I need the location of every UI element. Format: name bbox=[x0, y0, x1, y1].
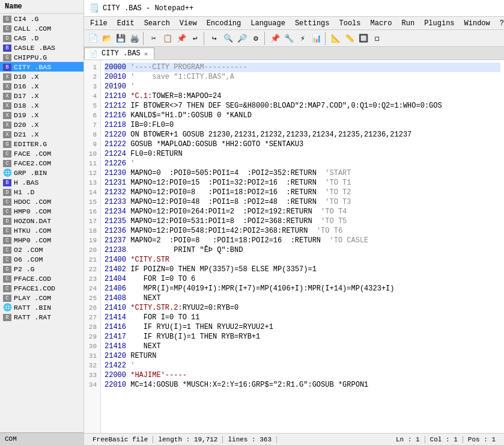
toolbar-btn-15[interactable]: 📊 bbox=[310, 32, 323, 45]
toolbar-btn-12[interactable]: 📌 bbox=[269, 32, 282, 45]
toolbar-btn-3[interactable]: 🖨️ bbox=[128, 32, 141, 45]
code-line-9[interactable]: 21222 GOSUB *MAPLOAD:GOSUB *HH2:GOTO *SE… bbox=[105, 140, 500, 149]
toolbar-btn-18[interactable]: 🔲 bbox=[357, 32, 370, 45]
sidebar-item-14[interactable]: CFACE .COM bbox=[0, 149, 83, 158]
code-line-11[interactable]: 21226 ' bbox=[105, 159, 500, 168]
sidebar-item-10[interactable]: XD19 .X bbox=[0, 110, 83, 120]
sidebar-item-0[interactable]: GCI4 .G bbox=[0, 14, 83, 23]
toolbar-btn-10[interactable]: 🔎 bbox=[235, 32, 249, 45]
tabbar[interactable]: 📄CITY .BAS✕ bbox=[84, 47, 504, 60]
toolbar-btn-11[interactable]: ⚙️ bbox=[249, 32, 263, 45]
sidebar-item-2[interactable]: DCAS .D bbox=[0, 33, 83, 43]
code-line-23[interactable]: 21404 FOR I=0 TO 6 bbox=[105, 274, 500, 284]
code-content[interactable]: 20000 '----CITY PROGRAM----------20010 '… bbox=[101, 60, 504, 433]
code-line-16[interactable]: 21234 MAPNO=12:POI0=264:POI1=2 :POI2=192… bbox=[105, 207, 500, 216]
menu-view[interactable]: View bbox=[175, 18, 202, 29]
code-line-34[interactable]: 22010 MC=14:GOSUB *MUSCH:X=2:Y=16:GRP$="… bbox=[105, 380, 500, 390]
sidebar-item-21[interactable]: DHOZON.DAT bbox=[0, 216, 83, 226]
menu-window[interactable]: Window bbox=[460, 18, 495, 29]
menu-encoding[interactable]: Encoding bbox=[202, 18, 246, 29]
sidebar-item-24[interactable]: CO2 .COM bbox=[0, 245, 83, 254]
sidebar-item-7[interactable]: XD16 .X bbox=[0, 81, 83, 91]
sidebar-item-20[interactable]: CHMP0 .COM bbox=[0, 206, 83, 216]
tab-close-0[interactable]: ✕ bbox=[144, 50, 148, 58]
menu-search[interactable]: Search bbox=[139, 18, 175, 29]
menu-file[interactable]: File bbox=[85, 18, 112, 29]
menu-?[interactable]: ? bbox=[495, 18, 504, 29]
code-line-29[interactable]: 21417 IF RYUB(I)=1 THEN RYB=RYB+1 bbox=[105, 332, 500, 342]
menu-run[interactable]: Run bbox=[397, 18, 420, 29]
code-line-17[interactable]: 21235 MAPNO=12:POI0=531:POI1=8 :POI2=368… bbox=[105, 216, 500, 226]
code-line-21[interactable]: 21400 *CITY.STR bbox=[105, 255, 500, 265]
code-line-24[interactable]: 21406 MPR(I)=MP(4019+I):MPR(I+7)=MP(4106… bbox=[105, 284, 500, 293]
code-line-1[interactable]: 20000 '----CITY PROGRAM---------- bbox=[105, 63, 500, 72]
menu-plugins[interactable]: Plugins bbox=[419, 18, 459, 29]
code-area[interactable]: 1234567891011121314151617181920212223242… bbox=[84, 60, 504, 433]
code-line-3[interactable]: 20190 ' bbox=[105, 82, 500, 91]
menu-macro[interactable]: Macro bbox=[366, 18, 397, 29]
code-line-12[interactable]: 21230 MAPNO=0 :POI0=505:POI1=4 :POI2=352… bbox=[105, 168, 500, 178]
sidebar-item-13[interactable]: GEDITER.G bbox=[0, 139, 83, 149]
sidebar-item-6[interactable]: XD10 .X bbox=[0, 72, 83, 81]
code-line-13[interactable]: 21231 MAPNO=12:POI0=15 :POI1=32:POI2=16 … bbox=[105, 178, 500, 188]
sidebar-item-16[interactable]: 🌐GRP .BIN bbox=[0, 168, 83, 177]
code-line-7[interactable]: 21218 IB=0:FL0=0 bbox=[105, 120, 500, 130]
toolbar-btn-9[interactable]: 🔍 bbox=[222, 32, 235, 45]
sidebar-item-4[interactable]: GCHIPPU.G bbox=[0, 52, 83, 62]
sidebar-item-18[interactable]: DH1 .D bbox=[0, 187, 83, 197]
toolbar-btn-14[interactable]: ⚡ bbox=[296, 32, 309, 45]
toolbar-btn-5[interactable]: 📋 bbox=[161, 32, 174, 45]
sidebar-item-29[interactable]: CPLAY .COM bbox=[0, 293, 83, 302]
code-line-22[interactable]: 21402 IF POIZN=0 THEN MP(3357)=58 ELSE M… bbox=[105, 265, 500, 274]
code-line-14[interactable]: 21232 MAPNO=12:POI0=8 :POI1=18:POI2=16 :… bbox=[105, 188, 500, 197]
code-line-25[interactable]: 21408 NEXT bbox=[105, 293, 500, 303]
toolbar-btn-1[interactable]: 📂 bbox=[100, 32, 114, 45]
toolbar-btn-8[interactable]: ↪️ bbox=[208, 32, 221, 45]
code-line-5[interactable]: 21212 IF BTOWER<>7 THEN DEF SEG=&H8000:B… bbox=[105, 101, 500, 111]
menu-language[interactable]: Language bbox=[246, 18, 290, 29]
sidebar-list[interactable]: GCI4 .GCCALL .COMDCAS .DBCASLE .BASGCHIP… bbox=[0, 14, 83, 432]
code-line-15[interactable]: 21233 MAPNO=12:POI0=48 :POI1=8 :POI2=48 … bbox=[105, 197, 500, 207]
code-line-10[interactable]: 21224 FL0=0:RETURN bbox=[105, 149, 500, 159]
code-line-20[interactable]: 21238 PRINT "ÊÞ Q":BND bbox=[105, 245, 500, 255]
code-line-32[interactable]: 21422 ' bbox=[105, 361, 500, 370]
code-line-4[interactable]: 21210 *C.1:TOWER=8:MAPOO=24 bbox=[105, 91, 500, 101]
code-line-6[interactable]: 21216 KANLD$="H1.D":GOSUB 0 *KANLD bbox=[105, 111, 500, 120]
sidebar-item-31[interactable]: RRATT .RAT bbox=[0, 312, 83, 322]
toolbar-btn-17[interactable]: 📏 bbox=[343, 32, 356, 45]
sidebar-item-30[interactable]: 🌐RATT .BIN bbox=[0, 302, 83, 312]
toolbar-btn-7[interactable]: ↩️ bbox=[189, 32, 202, 45]
sidebar-item-28[interactable]: CPFACE1.COD bbox=[0, 283, 83, 293]
sidebar-item-1[interactable]: CCALL .COM bbox=[0, 23, 83, 33]
toolbar-btn-2[interactable]: 💾 bbox=[114, 32, 127, 45]
code-line-26[interactable]: 21410 *CITY.STR.2:RYUU2=0:RYB=0 bbox=[105, 303, 500, 313]
sidebar-item-3[interactable]: BCASLE .BAS bbox=[0, 43, 83, 52]
toolbar-btn-13[interactable]: 🔧 bbox=[282, 32, 296, 45]
code-line-19[interactable]: 21237 MAPNO=2 :POI0=8 :POI1=18:POI2=16 :… bbox=[105, 236, 500, 245]
sidebar-item-26[interactable]: GP2 .G bbox=[0, 264, 83, 274]
toolbar-btn-6[interactable]: 📌 bbox=[175, 32, 188, 45]
sidebar-item-5[interactable]: BCITY .BAS bbox=[0, 62, 83, 72]
sidebar-item-8[interactable]: XD17 .X bbox=[0, 91, 83, 100]
sidebar-item-17[interactable]: BH .BAS bbox=[0, 177, 83, 187]
menu-tools[interactable]: Tools bbox=[334, 18, 365, 29]
toolbar-btn-0[interactable]: 📄 bbox=[87, 32, 100, 45]
toolbar-btn-19[interactable]: ◻️ bbox=[371, 32, 384, 45]
sidebar-item-12[interactable]: XD21 .X bbox=[0, 129, 83, 139]
menu-settings[interactable]: Settings bbox=[290, 18, 335, 29]
code-line-8[interactable]: 21220 ON BTOWER+1 GOSUB 21230,21231,2123… bbox=[105, 130, 500, 140]
toolbar-btn-4[interactable]: ✂️ bbox=[147, 32, 160, 45]
code-line-28[interactable]: 21416 IF RYU(I)=1 THEN RYUU2=RYUU2+1 bbox=[105, 322, 500, 332]
sidebar-item-22[interactable]: CHTKU .COM bbox=[0, 226, 83, 235]
sidebar-item-9[interactable]: XD18 .X bbox=[0, 100, 83, 110]
sidebar-item-25[interactable]: CO6 .COM bbox=[0, 254, 83, 264]
toolbar-btn-16[interactable]: 📐 bbox=[329, 32, 342, 45]
code-line-31[interactable]: 21420 RETURN bbox=[105, 351, 500, 361]
tab-0[interactable]: 📄CITY .BAS✕ bbox=[84, 48, 154, 60]
sidebar-item-11[interactable]: XD20 .X bbox=[0, 120, 83, 129]
sidebar-item-23[interactable]: CMHP0 .COM bbox=[0, 235, 83, 245]
code-line-33[interactable]: 22000 *HAJIME'----- bbox=[105, 370, 500, 380]
menu-edit[interactable]: Edit bbox=[112, 18, 139, 29]
code-line-2[interactable]: 20010 ' save "1:CITY.BAS",A bbox=[105, 72, 500, 82]
code-line-18[interactable]: 21236 MAPNO=12:POI0=548:POI1=42:POI2=368… bbox=[105, 226, 500, 236]
